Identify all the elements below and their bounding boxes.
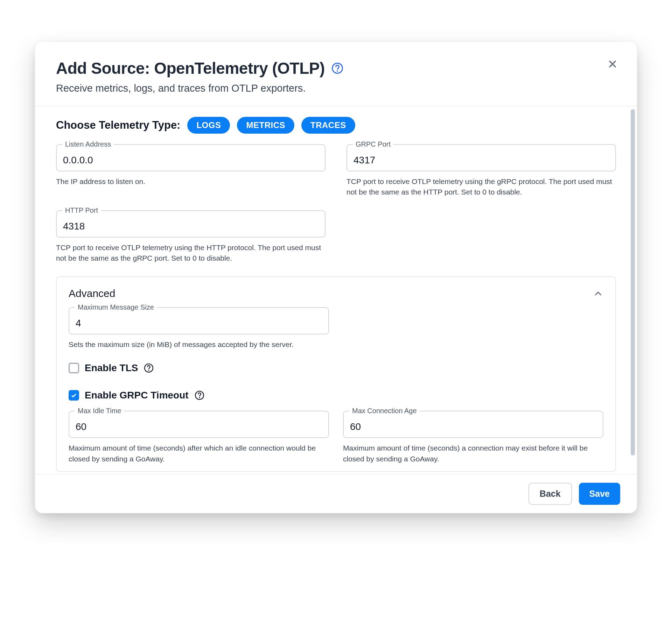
modal-footer: Back Save <box>35 474 637 513</box>
help-max-message-size: Sets the maximum size (in MiB) of messag… <box>69 339 329 350</box>
enable-grpc-timeout-label: Enable GRPC Timeout <box>85 390 189 401</box>
field-http-port: HTTP Port TCP port to receive OTLP telem… <box>56 210 326 264</box>
advanced-title: Advanced <box>69 288 115 299</box>
advanced-toggle[interactable]: Advanced <box>69 288 603 299</box>
save-button[interactable]: Save <box>579 483 620 505</box>
input-http-port[interactable] <box>63 221 318 232</box>
close-button[interactable] <box>605 57 620 72</box>
telemetry-type-label: Choose Telemetry Type: <box>56 119 180 132</box>
input-grpc-port[interactable] <box>354 155 609 166</box>
add-source-modal: Add Source: OpenTelemetry (OTLP) Receive… <box>35 42 637 513</box>
help-max-connection-age: Maximum amount of time (seconds) a conne… <box>343 443 603 464</box>
label-grpc-port: GRPC Port <box>353 140 393 148</box>
modal-header: Add Source: OpenTelemetry (OTLP) Receive… <box>35 42 637 106</box>
telemetry-chip-traces[interactable]: TRACES <box>301 117 355 134</box>
help-icon[interactable] <box>331 62 344 75</box>
field-grpc-port: GRPC Port TCP port to receive OTLP telem… <box>346 144 616 198</box>
input-max-connection-age[interactable] <box>350 421 596 432</box>
content-wrapper: Choose Telemetry Type: LOGS METRICS TRAC… <box>35 106 637 474</box>
label-max-idle-time: Max Idle Time <box>75 407 124 415</box>
enable-tls-label: Enable TLS <box>85 362 138 374</box>
modal-subtitle: Receive metrics, logs, and traces from O… <box>56 83 616 94</box>
input-listen-address[interactable] <box>63 155 318 166</box>
field-listen-address: Listen Address The IP address to listen … <box>56 144 326 187</box>
help-grpc-port: TCP port to receive OTLP telemetry using… <box>346 176 616 198</box>
help-http-port: TCP port to receive OTLP telemetry using… <box>56 242 326 264</box>
chevron-up-icon <box>593 288 603 299</box>
enable-tls-checkbox[interactable] <box>69 363 79 373</box>
modal-title: Add Source: OpenTelemetry (OTLP) <box>56 59 325 78</box>
telemetry-chip-metrics[interactable]: METRICS <box>237 117 294 134</box>
svg-point-3 <box>148 370 149 371</box>
close-icon <box>606 58 619 71</box>
back-button[interactable]: Back <box>528 483 572 505</box>
enable-grpc-timeout-checkbox[interactable] <box>69 390 79 401</box>
svg-point-1 <box>337 70 338 72</box>
label-max-connection-age: Max Connection Age <box>349 407 420 415</box>
enable-tls-row: Enable TLS <box>69 362 603 374</box>
telemetry-type-row: Choose Telemetry Type: LOGS METRICS TRAC… <box>56 117 616 134</box>
svg-point-5 <box>199 397 200 398</box>
help-icon[interactable] <box>194 390 205 401</box>
telemetry-chip-logs[interactable]: LOGS <box>187 117 230 134</box>
field-max-message-size: Maximum Message Size Sets the maximum si… <box>69 307 329 350</box>
enable-grpc-timeout-row: Enable GRPC Timeout <box>69 390 603 401</box>
help-max-idle-time: Maximum amount of time (seconds) after w… <box>69 443 329 464</box>
label-http-port: HTTP Port <box>62 206 101 214</box>
label-max-message-size: Maximum Message Size <box>75 303 157 311</box>
label-listen-address: Listen Address <box>62 140 114 148</box>
field-max-idle-time: Max Idle Time Maximum amount of time (se… <box>69 411 329 464</box>
field-max-connection-age: Max Connection Age Maximum amount of tim… <box>343 411 603 464</box>
advanced-section: Advanced Maximum Message Size Sets the m… <box>56 276 616 472</box>
scrollbar-thumb[interactable] <box>631 109 635 455</box>
help-listen-address: The IP address to listen on. <box>56 176 326 187</box>
help-icon[interactable] <box>144 363 154 373</box>
input-max-idle-time[interactable] <box>76 421 322 432</box>
input-max-message-size[interactable] <box>76 318 322 329</box>
modal-content: Choose Telemetry Type: LOGS METRICS TRAC… <box>35 106 637 474</box>
